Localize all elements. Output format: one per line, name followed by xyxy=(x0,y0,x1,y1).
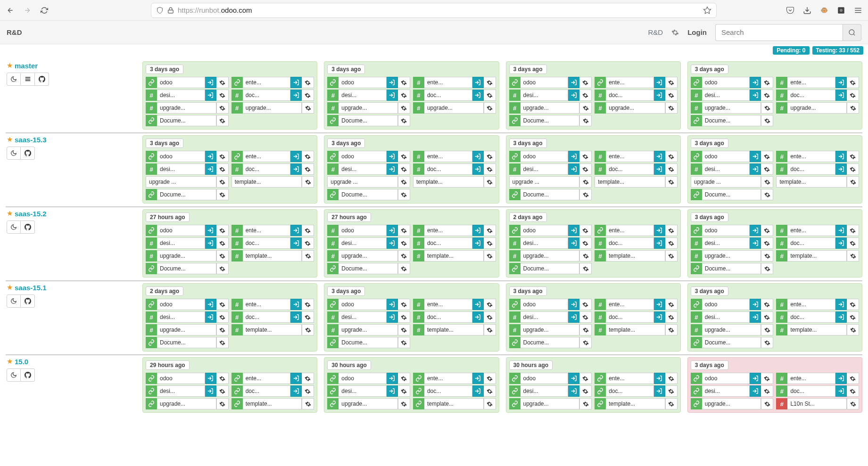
item-label[interactable]: desi... xyxy=(339,164,387,175)
signin-icon[interactable] xyxy=(205,299,216,310)
gear-icon[interactable] xyxy=(847,385,859,397)
signin-icon[interactable] xyxy=(205,151,216,162)
signin-icon[interactable] xyxy=(290,373,302,384)
signin-icon[interactable] xyxy=(654,373,665,384)
gear-icon[interactable] xyxy=(398,225,410,236)
rd-link[interactable]: R&D xyxy=(648,28,663,36)
gear-icon[interactable] xyxy=(398,385,410,397)
hash-icon[interactable]: # xyxy=(595,151,606,162)
item-label[interactable]: doc... xyxy=(424,311,472,323)
item-label[interactable]: Docume... xyxy=(157,115,216,126)
time-badge[interactable]: 3 days ago xyxy=(691,213,728,222)
item-label[interactable]: doc... xyxy=(787,90,835,101)
gear-icon[interactable] xyxy=(216,311,229,323)
item-label[interactable]: doc... xyxy=(424,237,472,249)
time-badge[interactable]: 30 hours ago xyxy=(327,360,371,370)
hash-icon[interactable]: # xyxy=(776,164,787,175)
time-badge[interactable]: 3 days ago xyxy=(691,139,728,148)
signin-icon[interactable] xyxy=(387,90,398,101)
gear-icon[interactable] xyxy=(398,102,410,114)
hash-icon[interactable]: # xyxy=(231,90,243,101)
hash-icon[interactable]: # xyxy=(595,250,606,262)
signin-icon[interactable] xyxy=(750,385,761,397)
hash-icon[interactable]: # xyxy=(691,237,702,249)
link-icon[interactable] xyxy=(146,398,157,409)
hash-icon[interactable]: # xyxy=(776,237,787,249)
signin-icon[interactable] xyxy=(750,373,761,384)
item-label[interactable]: upgrade... xyxy=(157,250,216,262)
item-label[interactable]: odoo xyxy=(702,373,750,384)
gear-icon[interactable] xyxy=(216,250,229,262)
item-label[interactable]: odoo xyxy=(339,77,387,88)
item-label[interactable]: upgrade ... xyxy=(691,176,761,188)
hash-icon[interactable]: # xyxy=(509,164,521,175)
gear-icon[interactable] xyxy=(216,373,229,384)
gear-icon[interactable] xyxy=(847,237,859,249)
time-badge[interactable]: 29 hours ago xyxy=(146,360,190,370)
bars-button[interactable] xyxy=(21,73,35,86)
gear-icon[interactable] xyxy=(302,311,314,323)
signin-icon[interactable] xyxy=(568,385,579,397)
signin-icon[interactable] xyxy=(387,237,398,249)
signin-icon[interactable] xyxy=(290,90,302,101)
gear-icon[interactable] xyxy=(216,324,229,335)
link-icon[interactable] xyxy=(595,385,606,397)
signin-icon[interactable] xyxy=(835,77,847,88)
gear-icon[interactable] xyxy=(216,115,229,126)
gear-icon[interactable] xyxy=(484,299,496,310)
item-label[interactable]: desi... xyxy=(521,164,569,175)
gear-icon[interactable] xyxy=(216,237,229,249)
gear-icon[interactable] xyxy=(484,225,496,236)
hash-icon[interactable]: # xyxy=(776,373,787,384)
link-icon[interactable] xyxy=(509,337,521,348)
gear-icon[interactable] xyxy=(761,237,773,249)
item-label[interactable]: upgrade... xyxy=(702,398,761,409)
gear-icon[interactable] xyxy=(665,102,678,114)
signin-icon[interactable] xyxy=(290,77,302,88)
gear-icon[interactable] xyxy=(398,311,410,323)
hash-icon[interactable]: # xyxy=(146,102,157,114)
gear-icon[interactable] xyxy=(761,164,773,175)
extension-icon[interactable]: 🐵 xyxy=(820,6,828,15)
time-badge[interactable]: 3 days ago xyxy=(146,65,183,74)
gear-icon[interactable] xyxy=(484,324,496,335)
item-label[interactable]: upgrade ... xyxy=(509,176,580,188)
time-badge[interactable]: 3 days ago xyxy=(327,139,365,148)
item-label[interactable]: template... xyxy=(243,324,302,335)
hash-icon[interactable]: # xyxy=(413,324,424,335)
time-badge[interactable]: 3 days ago xyxy=(327,286,365,296)
gear-icon[interactable] xyxy=(761,324,773,335)
hash-icon[interactable]: # xyxy=(327,237,339,249)
signin-icon[interactable] xyxy=(568,299,579,310)
download-icon[interactable] xyxy=(803,6,811,15)
gear-icon[interactable] xyxy=(761,373,773,384)
item-label[interactable]: Docume... xyxy=(157,337,216,348)
hash-icon[interactable]: # xyxy=(413,311,424,323)
time-badge[interactable]: 27 hours ago xyxy=(146,213,190,222)
signin-icon[interactable] xyxy=(205,237,216,249)
item-label[interactable]: template... xyxy=(787,250,847,262)
moon-button[interactable] xyxy=(7,73,21,86)
hash-icon[interactable]: # xyxy=(691,102,702,114)
gear-icon[interactable] xyxy=(302,324,314,335)
link-icon[interactable] xyxy=(509,77,521,88)
github-button[interactable] xyxy=(21,147,35,160)
link-icon[interactable] xyxy=(595,398,606,409)
moon-button[interactable] xyxy=(7,221,21,234)
signin-icon[interactable] xyxy=(387,77,398,88)
item-label[interactable]: upgrade... xyxy=(702,250,761,262)
item-label[interactable]: template... xyxy=(243,250,302,262)
link-icon[interactable] xyxy=(231,77,243,88)
gear-icon[interactable] xyxy=(579,115,592,126)
item-label[interactable]: desi... xyxy=(157,237,205,249)
gear-icon[interactable] xyxy=(398,373,410,384)
item-label[interactable]: template... xyxy=(776,176,847,188)
item-label[interactable]: ente... xyxy=(787,373,835,384)
link-icon[interactable] xyxy=(413,385,424,397)
hash-icon[interactable]: # xyxy=(776,90,787,101)
signin-icon[interactable] xyxy=(835,299,847,310)
link-icon[interactable] xyxy=(691,299,702,310)
hash-icon[interactable]: # xyxy=(327,250,339,262)
signin-icon[interactable] xyxy=(205,373,216,384)
gear-icon[interactable] xyxy=(761,90,773,101)
